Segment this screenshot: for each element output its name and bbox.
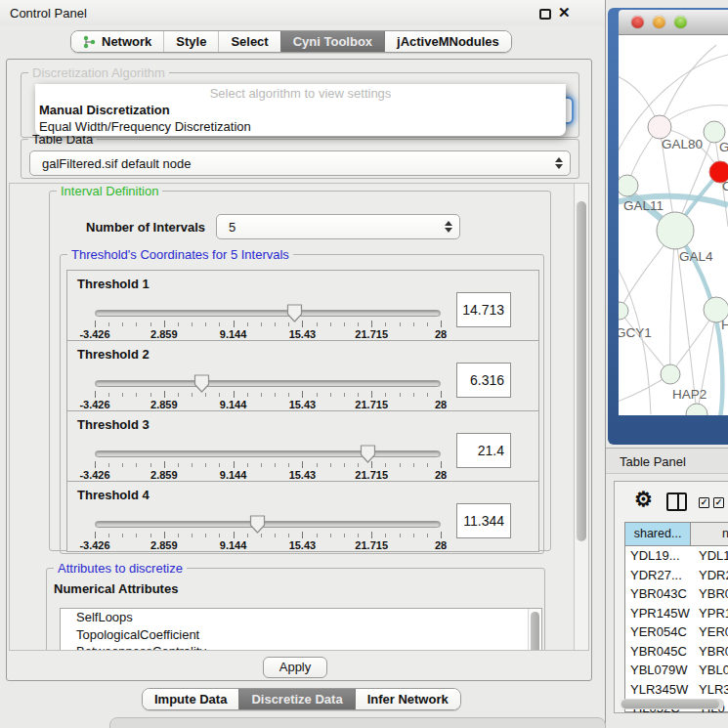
threshold-1-value-field[interactable]: 14.713 [456,292,511,327]
table-row[interactable]: YBR043CYBR0 [625,584,728,604]
table-row[interactable]: YDR27...YDR2 [625,566,728,585]
number-of-intervals-value: 5 [229,220,236,235]
scale-label: 15.43 [289,328,317,340]
tab-discretize-data[interactable]: Discretize Data [238,689,354,709]
zoom-traffic-light-icon[interactable] [674,16,687,28]
table-row[interactable]: YER054CYER0 [625,622,728,642]
node-label: C [722,179,728,193]
slider-thumb[interactable] [286,304,303,322]
threshold-3-value-field[interactable]: 21.4 [456,433,511,468]
table-row[interactable]: YBR045CYBR0 [625,642,728,662]
dropdown-option-equal-width[interactable]: Equal Width/Frequency Discretization [39,119,251,134]
minimize-traffic-light-icon[interactable] [653,16,665,28]
tab-style[interactable]: Style [163,31,218,52]
thresholds-group: Threshold's Coordinates for 5 Intervals … [60,247,544,554]
slider-minor-ticks [95,534,441,537]
close-icon[interactable]: ✕ [558,4,571,21]
slider-track[interactable] [95,450,441,457]
scale-label: 9.144 [220,539,247,551]
gear-icon[interactable]: ⚙ [634,488,653,511]
threshold-2-panel: Threshold 2 -3.426 2.859 9.144 15.43 21.… [66,340,539,411]
column-header-name[interactable]: na [691,523,728,545]
close-traffic-light-icon[interactable] [631,16,644,28]
slider-track[interactable] [95,310,441,317]
thresholds-group-title: Threshold's Coordinates for 5 Intervals [67,247,293,262]
table-row[interactable]: YLR345WYLR3 [625,680,728,700]
numerical-attributes-label: Numerical Attributes [54,581,178,596]
slider-track[interactable] [95,380,441,387]
column-header-shared-name[interactable]: shared... [625,523,691,545]
table-panel-title: Table Panel [620,454,686,469]
list-item[interactable]: SelfLoops [61,609,541,626]
attributes-group-title: Attributes to discretize [54,561,187,576]
node-label: GAL11 [623,198,664,213]
slider-thumb[interactable] [249,515,266,534]
slider-minor-ticks [95,463,441,467]
table-row[interactable]: YDL19...YDL1 [625,546,728,566]
discretization-algorithm-group-title: Discretization Algorithm [28,65,169,80]
node-gal80[interactable] [648,115,671,139]
scale-label: -3.426 [79,328,109,340]
scale-label: 28 [435,469,447,481]
attributes-group: Attributes to discretize Numerical Attri… [46,561,545,651]
list-item[interactable]: BetweennessCentrality [61,643,541,651]
interval-definition-group: Interval Definition Number of Intervals … [49,184,551,551]
tab-infer-network[interactable]: Infer Network [355,689,460,709]
node-gcy1[interactable] [619,302,628,320]
table-data-combobox[interactable]: galFiltered.sif default node [29,150,571,176]
scale-label: 21.715 [355,399,388,410]
network-window-titlebar[interactable] [619,10,728,35]
node-hap2[interactable] [661,364,680,384]
network-canvas[interactable]: GAL80 G C GAL11 GAL4 GCY1 H HAP2 [619,35,728,415]
network-graph: GAL80 G C GAL11 GAL4 GCY1 H HAP2 [619,35,728,415]
table-row[interactable]: YPR145WYPR1 [625,604,728,623]
node-gal4[interactable] [657,212,694,249]
slider-track[interactable] [95,521,441,528]
docked-panel-edge [109,717,606,728]
slider-minor-ticks [95,322,441,326]
scale-label: 28 [435,399,447,410]
float-window-icon[interactable] [539,9,551,20]
split-columns-icon[interactable] [666,492,687,511]
scale-label: 15.43 [289,399,317,410]
scale-label: 9.144 [220,328,247,340]
threshold-2-label: Threshold 2 [77,347,150,362]
threshold-4-value-field[interactable]: 11.344 [456,503,511,538]
tab-select[interactable]: Select [218,31,279,52]
interval-definition-title: Interval Definition [57,184,162,198]
checkbox-icon[interactable]: ✓ [699,497,709,508]
combobox-stepper-icon [440,221,459,233]
apply-button[interactable]: Apply [263,657,327,678]
threshold-2-value-field[interactable]: 6.316 [456,363,511,398]
node-gal11[interactable] [619,175,638,196]
scale-label: 21.715 [355,328,388,340]
number-of-intervals-combobox[interactable]: 5 [216,214,460,239]
node-bottom[interactable] [686,404,707,415]
slider-thumb[interactable] [360,445,376,463]
slider-thumb[interactable] [193,374,210,393]
table-horizontal-scrollbar[interactable] [621,699,724,709]
list-item[interactable]: TopologicalCoefficient [61,626,541,644]
tab-cyni-toolbox[interactable]: Cyni Toolbox [280,31,384,52]
combobox-stepper-icon [550,157,570,169]
tab-jactivemnodules[interactable]: jActiveMNodules [384,31,511,52]
dropdown-option-manual-discretization[interactable]: Manual Discretization [39,103,170,117]
scale-label: 2.859 [150,328,178,340]
dropdown-placeholder-item[interactable]: Select algorithm to view settings [35,86,566,101]
list-scrollbar[interactable] [528,609,541,651]
threshold-1-panel: Threshold 1 -3.426 2.859 9.144 15.43 21.… [66,270,539,341]
table-data-group: Table Data galFiltered.sif default node [21,132,579,179]
algorithm-dropdown-popup: Select algorithm to view settings Manual… [35,84,566,136]
scale-label: -3.426 [79,469,109,481]
threshold-4-slider: -3.426 2.859 9.144 15.43 21.715 28 [95,515,441,554]
threshold-2-slider: -3.426 2.859 9.144 15.43 21.715 28 [95,374,441,413]
threshold-1-slider: -3.426 2.859 9.144 15.43 21.715 28 [95,304,441,343]
settings-vertical-scrollbar[interactable] [574,184,588,650]
tab-impute-data[interactable]: Impute Data [143,689,238,709]
table-row[interactable]: YBL079WYBL0 [625,661,728,680]
checkbox-icon[interactable]: ✓ [713,497,724,508]
node-label: HAP2 [672,387,707,402]
tab-network[interactable]: Network [71,31,163,52]
scale-label: -3.426 [79,539,109,551]
scale-label: 2.859 [150,539,178,551]
